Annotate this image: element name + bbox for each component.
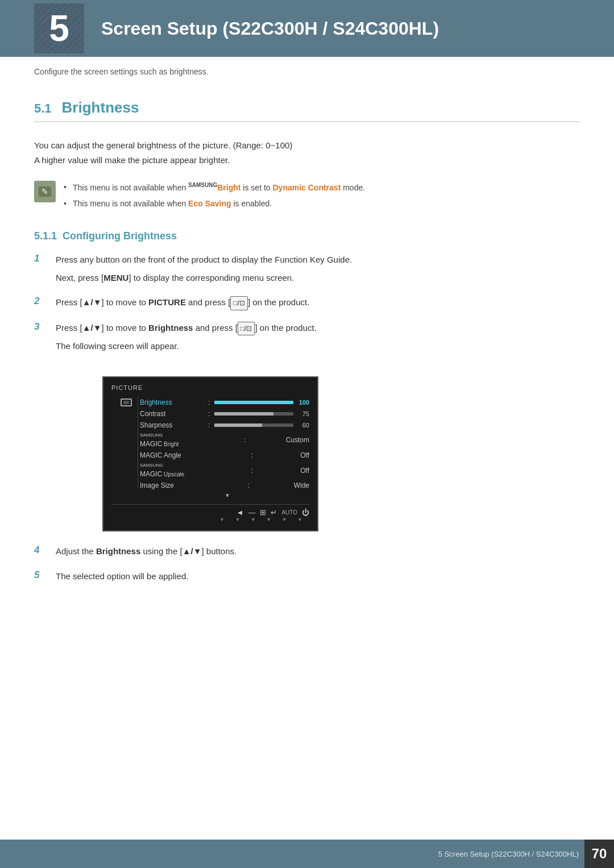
note-list: This menu is not available when SAMSUNGB… (64, 181, 365, 213)
osd-value-contrast: 75 (297, 410, 309, 417)
main-content: 5.1 Brightness You can adjust the genera… (0, 82, 614, 639)
arrow-sym-3: ▲/▼ (82, 323, 102, 333)
osd-arrow-row: ▼ ▼ ▼ ▼ ▼ ▼ (111, 517, 309, 522)
chapter-number-box: 5 (34, 3, 84, 53)
step-3-text2: The following screen will appear. (56, 339, 317, 354)
osd-label-magic-upscale: SAMSUNGMAGIC Upscale (140, 463, 208, 478)
note1-highlight: Dynamic Contrast (272, 183, 341, 192)
note1-plain: This menu is not available when (73, 183, 188, 192)
samsung-label: SAMSUNG (188, 182, 217, 188)
note-icon (34, 181, 56, 202)
osd-btn-enter: ↵ (271, 508, 277, 517)
section-title: Brightness (62, 99, 139, 117)
step-5-num: 5 (34, 569, 44, 581)
subsection-5-1-1: 5.1.1 Configuring Brightness (34, 230, 580, 242)
note-box: This menu is not available when SAMSUNGB… (34, 181, 580, 213)
step-2-num: 2 (34, 295, 44, 307)
osd-value-image-size: Wide (294, 481, 309, 489)
osd-container: PICTURE Brightness : 100 (102, 376, 318, 532)
osd-colon-magic-bright: : (244, 436, 246, 444)
desc-paragraph-2: A higher value will make the picture app… (34, 153, 580, 168)
osd-value-magic-upscale: Off (300, 467, 309, 475)
osd-row-contrast: Contrast : 75 (111, 408, 309, 420)
osd-btn-power: ⏻ (302, 508, 309, 517)
step-1-content: Press any button on the front of the pro… (56, 252, 352, 285)
footer-text: 5 Screen Setup (S22C300H / S24C300HL) (438, 850, 579, 858)
osd-scroll-down: ▼ (111, 492, 309, 499)
page-number: 70 (584, 840, 614, 868)
osd-label-sharpness: Sharpness (140, 421, 208, 429)
header-band: 5 Screen Setup (S22C300H / S24C300HL) (0, 0, 614, 57)
osd-bar-fill-contrast (214, 412, 273, 416)
note1-suffix: is set to (240, 183, 272, 192)
menu-key: MENU (103, 273, 128, 283)
osd-colon-magic-upscale: : (251, 467, 252, 475)
osd-bar-track-sharpness (214, 423, 293, 427)
osd-bar-fill-brightness (214, 401, 293, 404)
subtitle: Configure the screen settings such as br… (0, 57, 614, 82)
osd-bar-track-contrast (214, 412, 293, 416)
step-1-text1: Press any button on the front of the pro… (56, 255, 352, 264)
osd-colon-magic-angle: : (251, 451, 252, 459)
arrow-sym-2: ▲/▼ (82, 297, 102, 307)
osd-row-image-size: Image Size : Wide (111, 480, 309, 491)
chapter-number: 5 (49, 10, 69, 47)
enter-key-3: □/⊡ (238, 322, 255, 335)
osd-colon-contrast: : (208, 410, 210, 418)
note2-end: is enabled. (231, 199, 272, 208)
page-footer: 5 Screen Setup (S22C300H / S24C300HL) 70 (0, 840, 614, 868)
step-2-content: Press [▲/▼] to move to PICTURE and press… (56, 295, 309, 310)
osd-label-magic-angle: MAGIC Angle (140, 451, 208, 459)
step-3-num: 3 (34, 321, 44, 333)
steps-4-5: 4 Adjust the Brightness using the [▲/▼] … (34, 544, 580, 583)
osd-row-magic-angle: MAGIC Angle : Off (111, 450, 309, 461)
osd-row-magic-bright: SAMSUNGMAGIC Bright : Custom (111, 431, 309, 450)
subsection-title: Configuring Brightness (63, 230, 177, 242)
subsection-number: 5.1.1 (34, 230, 57, 242)
chapter-title: Screen Setup (S22C300H / S24C300HL) (101, 18, 439, 39)
osd-bar-contrast: 75 (214, 410, 309, 417)
osd-colon-sharpness: : (208, 421, 210, 429)
subtitle-text: Configure the screen settings such as br… (34, 67, 209, 76)
osd-row-magic-upscale: SAMSUNGMAGIC Upscale : Off (111, 461, 309, 480)
picture-label: PICTURE (148, 297, 186, 307)
section-description: You can adjust the general brightness of… (34, 138, 580, 167)
note2-plain: This menu is not available when (73, 199, 188, 208)
osd-bar-fill-sharpness (214, 423, 262, 427)
osd-footer: ◄ — ⊞ ↵ AUTO ⏻ (111, 504, 309, 517)
osd-bar-track (214, 401, 293, 404)
osd-value-magic-angle: Off (300, 451, 309, 459)
osd-value-brightness: 100 (297, 399, 309, 406)
note2-highlight: Eco Saving (188, 199, 231, 208)
osd-value-magic-bright: Custom (286, 436, 309, 444)
step-3-content: Press [▲/▼] to move to Brightness and pr… (56, 321, 317, 354)
step-1-text2: Next, press [MENU] to display the corres… (56, 271, 352, 285)
osd-btn-minus: — (248, 508, 255, 517)
note-item-1: This menu is not available when SAMSUNGB… (64, 181, 365, 194)
brightness-label-3: Brightness (148, 323, 193, 333)
step-5-content: The selected option will be applied. (56, 569, 188, 584)
osd-row-brightness: Brightness : 100 (111, 397, 309, 408)
note-item-2: This menu is not available when Eco Savi… (64, 197, 365, 210)
step-5: 5 The selected option will be applied. (34, 569, 580, 584)
arrow-sym-4: ▲/▼ (182, 546, 202, 556)
step-1-num: 1 (34, 252, 44, 264)
osd-title: PICTURE (111, 384, 309, 391)
steps-list: 1 Press any button on the front of the p… (34, 252, 580, 353)
osd-label-contrast: Contrast (140, 410, 208, 418)
brightness-bold-4: Brightness (96, 546, 140, 556)
osd-value-sharpness: 60 (297, 422, 309, 429)
section-heading-5-1: 5.1 Brightness (34, 99, 580, 122)
osd-colon-brightness: : (208, 398, 210, 406)
step-4: 4 Adjust the Brightness using the [▲/▼] … (34, 544, 580, 559)
enter-key-2: □/⊡ (230, 296, 248, 310)
osd-label-magic-bright: SAMSUNGMAGIC Bright (140, 433, 208, 448)
osd-row-sharpness: Sharpness : 60 (111, 420, 309, 431)
osd-btn-plus: ⊞ (260, 508, 266, 517)
step-3: 3 Press [▲/▼] to move to Brightness and … (34, 321, 580, 354)
step-4-num: 4 (34, 544, 44, 556)
step-4-content: Adjust the Brightness using the [▲/▼] bu… (56, 544, 237, 559)
osd-colon-image-size: : (248, 481, 250, 489)
step-2: 2 Press [▲/▼] to move to PICTURE and pre… (34, 295, 580, 310)
desc-paragraph-1: You can adjust the general brightness of… (34, 138, 580, 153)
